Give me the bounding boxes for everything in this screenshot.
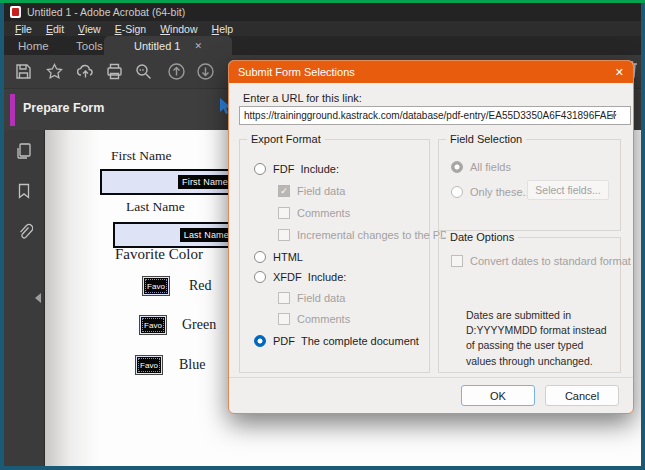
- xfdf-comments-label: Comments: [297, 313, 350, 325]
- date-format-note: Dates are submitted in D:YYYYMMDD format…: [466, 308, 612, 369]
- acrobat-window: Untitled 1 - Adobe Acrobat (64-bit) File…: [4, 3, 641, 466]
- collapse-panel-icon[interactable]: [35, 293, 41, 303]
- fdf-incremental-label: Incremental changes to the PDF: [297, 229, 455, 241]
- title-bar: Untitled 1 - Adobe Acrobat (64-bit): [4, 3, 641, 21]
- last-name-label: Last Name: [126, 199, 185, 215]
- dialog-separator: [229, 377, 633, 378]
- prepare-form-accent: [10, 94, 15, 126]
- menu-esign[interactable]: E-Sign: [108, 23, 154, 35]
- fdf-radio[interactable]: [254, 163, 266, 175]
- green-label: Green: [182, 317, 216, 333]
- html-label: HTML: [273, 251, 303, 263]
- pdf-radio[interactable]: [254, 335, 266, 347]
- date-options-title: Date Options: [446, 231, 518, 243]
- tab-document[interactable]: Untitled 1 ✕: [104, 36, 232, 55]
- export-format-title: Export Format: [247, 133, 325, 145]
- fdf-field-data-label: Field data: [297, 185, 345, 197]
- html-radio[interactable]: [254, 251, 266, 263]
- convert-dates-label: Convert dates to standard format: [470, 255, 631, 267]
- convert-dates-option[interactable]: Convert dates to standard format: [451, 254, 631, 268]
- pdf-label: PDF The complete document: [273, 335, 419, 347]
- menu-help[interactable]: Help: [205, 23, 241, 35]
- print-icon[interactable]: [105, 62, 124, 81]
- previous-page-icon[interactable]: [167, 62, 186, 81]
- tab-home[interactable]: Home: [18, 36, 49, 55]
- menu-edit[interactable]: Edit: [39, 23, 71, 35]
- save-icon[interactable]: [14, 62, 33, 81]
- all-fields-option[interactable]: All fields: [451, 160, 511, 174]
- tab-document-label: Untitled 1: [134, 40, 180, 52]
- url-label: Enter a URL for this link:: [243, 92, 362, 104]
- fdf-comments-label: Comments: [297, 207, 350, 219]
- navigation-sidebar: [4, 130, 45, 466]
- green-checkbox[interactable]: Favo: [139, 315, 167, 335]
- convert-dates-checkbox[interactable]: [451, 255, 463, 267]
- first-name-field[interactable]: First Name: [100, 169, 236, 195]
- only-these-radio[interactable]: [451, 186, 463, 198]
- only-these-option[interactable]: Only these...: [451, 185, 532, 199]
- blue-checkbox[interactable]: Favo: [135, 355, 163, 375]
- submit-form-selections-dialog: Submit Form Selections ✕ Enter a URL for…: [228, 60, 634, 414]
- cancel-button[interactable]: Cancel: [545, 385, 619, 406]
- acrobat-logo-icon: [10, 6, 21, 18]
- fdf-comments-checkbox[interactable]: [278, 207, 290, 219]
- xfdf-option[interactable]: XFDF Include:: [254, 270, 346, 284]
- xfdf-field-data-option[interactable]: Field data: [278, 291, 345, 305]
- dialog-title-bar: Submit Form Selections ✕: [229, 61, 633, 83]
- cloud-upload-icon[interactable]: [76, 62, 95, 81]
- dialog-close-icon[interactable]: ✕: [615, 66, 624, 79]
- field-selection-group: Field Selection All fields Only these...…: [438, 139, 621, 231]
- export-format-group: Export Format FDF Include: Field data Co…: [239, 139, 430, 373]
- last-name-field[interactable]: Last Name: [113, 222, 237, 248]
- search-icon[interactable]: [134, 62, 153, 81]
- page-thumbnails-icon[interactable]: [15, 142, 33, 160]
- xfdf-comments-checkbox[interactable]: [278, 313, 290, 325]
- xfdf-radio[interactable]: [254, 271, 266, 283]
- bookmarks-icon[interactable]: [15, 182, 33, 200]
- xfdf-field-data-label: Field data: [297, 292, 345, 304]
- last-name-field-tag: Last Name: [180, 228, 233, 242]
- html-option[interactable]: HTML: [254, 250, 303, 264]
- favorite-color-heading: Favorite Color: [115, 246, 203, 263]
- fdf-incremental-option[interactable]: Incremental changes to the PDF: [278, 228, 455, 242]
- pdf-option[interactable]: PDF The complete document: [254, 334, 419, 348]
- menu-file[interactable]: File: [8, 23, 39, 35]
- next-page-icon[interactable]: [196, 62, 215, 81]
- fdf-label: FDF Include:: [273, 163, 339, 175]
- menu-view[interactable]: View: [71, 23, 108, 35]
- dialog-title: Submit Form Selections: [238, 66, 355, 78]
- select-fields-button[interactable]: Select fields...: [527, 180, 609, 200]
- url-input[interactable]: [239, 106, 631, 125]
- window-title: Untitled 1 - Adobe Acrobat (64-bit): [27, 6, 185, 18]
- first-name-field-tag: First Name: [178, 175, 232, 189]
- fdf-comments-option[interactable]: Comments: [278, 206, 350, 220]
- menu-window[interactable]: Window: [153, 23, 204, 35]
- fdf-field-data-option[interactable]: Field data: [278, 184, 345, 198]
- menu-bar: File Edit View E-Sign Window Help: [4, 21, 641, 36]
- attachments-icon[interactable]: [15, 222, 33, 240]
- url-dropdown-icon[interactable]: [609, 114, 617, 118]
- star-favorites-icon[interactable]: [45, 62, 64, 81]
- xfdf-comments-option[interactable]: Comments: [278, 312, 350, 326]
- tab-tools[interactable]: Tools: [76, 36, 103, 55]
- tab-bar: Home Tools Untitled 1 ✕: [4, 36, 641, 55]
- all-fields-label: All fields: [470, 161, 511, 173]
- blue-label: Blue: [179, 357, 205, 373]
- prepare-form-title: Prepare Form: [23, 101, 104, 115]
- red-checkbox[interactable]: Favo: [142, 276, 170, 296]
- all-fields-radio[interactable]: [451, 161, 463, 173]
- first-name-label: First Name: [111, 148, 171, 164]
- xfdf-field-data-checkbox[interactable]: [278, 292, 290, 304]
- field-selection-title: Field Selection: [446, 133, 526, 145]
- screenshot-frame: Untitled 1 - Adobe Acrobat (64-bit) File…: [0, 0, 645, 470]
- red-label: Red: [189, 278, 212, 294]
- red-checkbox-tag: Favo: [144, 278, 168, 294]
- green-checkbox-tag: Favo: [141, 317, 165, 333]
- ok-button[interactable]: OK: [461, 385, 535, 406]
- fdf-incremental-checkbox[interactable]: [278, 229, 290, 241]
- blue-checkbox-tag: Favo: [137, 357, 161, 373]
- xfdf-label: XFDF Include:: [273, 271, 346, 283]
- fdf-field-data-checkbox[interactable]: [278, 185, 290, 197]
- fdf-option[interactable]: FDF Include:: [254, 162, 339, 176]
- tab-close-icon[interactable]: ✕: [194, 41, 202, 51]
